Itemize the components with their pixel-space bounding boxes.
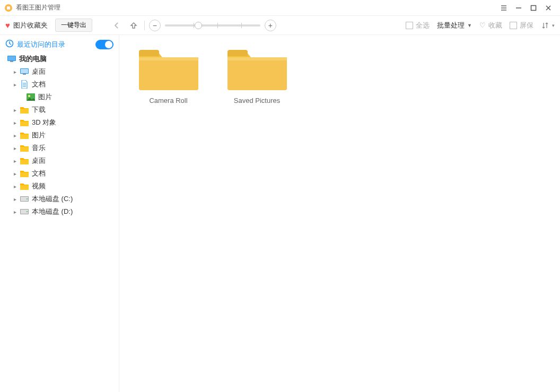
recent-label: 最近访问的目录 (17, 40, 65, 49)
svg-rect-9 (23, 74, 26, 75)
expand-arrow-icon[interactable]: ▸ (14, 158, 20, 164)
toolbar: ♥ 图片收藏夹 一键导出 − + 全选 批量处理 ▼ ♡ 收藏 屏保 (0, 16, 560, 35)
sidebar-item[interactable]: ▸本地磁盘 (D:) (0, 205, 119, 218)
expand-arrow-icon[interactable]: ▸ (14, 184, 20, 189)
svg-rect-8 (21, 69, 28, 73)
sidebar-item-label: 视频 (32, 181, 46, 191)
zoom-in-button[interactable]: + (265, 20, 276, 31)
folder-item[interactable]: Saved Pictures (224, 45, 290, 104)
expand-arrow-icon[interactable]: ▸ (14, 69, 20, 75)
recent-toggle[interactable] (95, 40, 113, 49)
close-button[interactable] (541, 1, 556, 15)
folder-item[interactable]: Camera Roll (135, 45, 202, 104)
svg-point-11 (28, 95, 30, 97)
up-button[interactable] (127, 19, 140, 32)
doc-icon (20, 80, 29, 89)
expand-arrow-icon[interactable]: ▸ (14, 120, 20, 126)
sidebar-item[interactable]: 图片 (0, 91, 119, 103)
batch-label: 批量处理 (437, 21, 465, 30)
folder-icon (20, 156, 29, 165)
sidebar-item-label: 下载 (32, 105, 46, 115)
picture-icon (27, 93, 35, 101)
monitor-icon (20, 67, 29, 76)
titlebar: 看图王图片管理 (0, 0, 560, 16)
favorite-label: 收藏 (488, 21, 502, 30)
sidebar-item[interactable]: ▸桌面 (0, 154, 119, 167)
computer-icon (7, 55, 16, 63)
expand-arrow-icon[interactable]: ▸ (14, 133, 20, 138)
svg-rect-1 (7, 6, 10, 10)
select-all-checkbox[interactable] (406, 22, 413, 29)
sidebar: 最近访问的目录 我的电脑 ▸桌面▸文档图片▸下载▸3D 对象▸图片▸音乐▸桌面▸… (0, 35, 119, 392)
export-button[interactable]: 一键导出 (55, 19, 92, 32)
disk-icon (20, 195, 29, 203)
sidebar-item[interactable]: ▸文档 (0, 78, 119, 91)
select-all-label: 全选 (416, 21, 430, 30)
sidebar-item-label: 桌面 (32, 156, 46, 165)
expand-arrow-icon[interactable]: ▸ (14, 171, 20, 177)
expand-arrow-icon[interactable]: ▸ (14, 209, 20, 215)
sort-button[interactable]: ▾ (541, 21, 555, 30)
sidebar-item-label: 文档 (32, 80, 46, 89)
sidebar-item[interactable]: ▸图片 (0, 129, 119, 142)
sidebar-item-label: 3D 对象 (32, 118, 56, 127)
svg-rect-6 (10, 61, 13, 62)
sidebar-item[interactable]: ▸桌面 (0, 65, 119, 78)
svg-rect-2 (531, 5, 536, 10)
sidebar-item[interactable]: ▸音乐 (0, 142, 119, 154)
disk-icon (20, 207, 29, 216)
folder-icon (20, 131, 29, 140)
screensaver-label: 屏保 (520, 21, 533, 30)
heart-outline-icon: ♡ (479, 21, 486, 29)
divider (144, 21, 145, 30)
sidebar-item[interactable]: ▸下载 (0, 103, 119, 116)
my-computer-row[interactable]: 我的电脑 (0, 53, 119, 65)
svg-point-14 (27, 198, 28, 199)
favorites-label[interactable]: 图片收藏夹 (13, 21, 48, 30)
sidebar-item[interactable]: ▸文档 (0, 167, 119, 180)
folder-icon (20, 169, 29, 178)
folder-icon (20, 118, 29, 127)
screensaver-checkbox[interactable] (510, 22, 517, 29)
favorite-action[interactable]: ♡ 收藏 (479, 21, 502, 30)
zoom-slider-thumb[interactable] (195, 22, 202, 29)
expand-arrow-icon[interactable]: ▸ (14, 145, 20, 151)
folder-label: Camera Roll (149, 97, 187, 104)
svg-rect-5 (8, 56, 15, 60)
screensaver-action[interactable]: 屏保 (510, 21, 533, 30)
back-button[interactable] (110, 19, 123, 32)
folder-icon (20, 182, 29, 190)
sidebar-item-label: 本地磁盘 (D:) (32, 207, 73, 216)
recent-row[interactable]: 最近访问的目录 (0, 37, 119, 53)
app-title: 看图王图片管理 (16, 3, 496, 12)
expand-arrow-icon[interactable]: ▸ (14, 82, 20, 88)
batch-process[interactable]: 批量处理 ▼ (437, 21, 472, 30)
zoom-slider[interactable] (165, 24, 260, 27)
app-icon (4, 4, 13, 12)
expand-arrow-icon[interactable]: ▸ (14, 196, 20, 202)
sidebar-item-label: 图片 (38, 92, 52, 102)
sidebar-item-label: 文档 (32, 169, 46, 178)
menu-button[interactable] (496, 1, 511, 15)
sidebar-item-label: 桌面 (32, 67, 46, 76)
clock-icon (5, 39, 14, 49)
heart-icon: ♥ (5, 21, 10, 30)
my-computer-label: 我的电脑 (19, 54, 47, 64)
folder-icon (20, 144, 29, 152)
sidebar-item[interactable]: ▸本地磁盘 (C:) (0, 193, 119, 205)
select-all[interactable]: 全选 (406, 21, 430, 30)
minimize-button[interactable] (511, 1, 526, 15)
expand-arrow-icon[interactable]: ▸ (14, 107, 20, 113)
sidebar-item[interactable]: ▸3D 对象 (0, 116, 119, 129)
svg-point-17 (27, 211, 28, 212)
content-area: Camera Roll Saved Pictures (119, 35, 560, 392)
sidebar-item-label: 本地磁盘 (C:) (32, 194, 73, 204)
sidebar-item-label: 音乐 (32, 143, 46, 153)
zoom-out-button[interactable]: − (149, 20, 161, 31)
folder-icon (225, 45, 289, 90)
folder-label: Saved Pictures (234, 97, 280, 104)
folder-icon (20, 106, 29, 114)
sidebar-item[interactable]: ▸视频 (0, 180, 119, 193)
maximize-button[interactable] (526, 1, 541, 15)
dropdown-icon: ▼ (467, 23, 472, 28)
